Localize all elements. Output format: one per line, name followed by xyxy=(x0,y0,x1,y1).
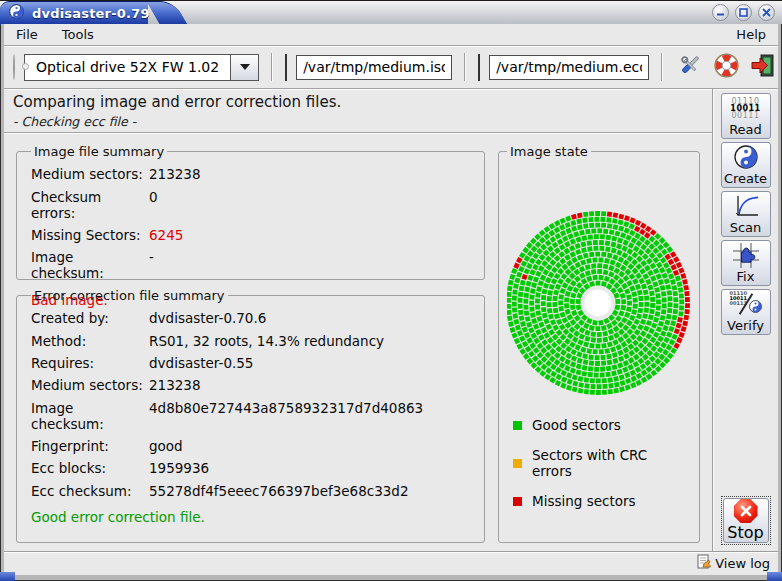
good-sector-swatch xyxy=(513,421,522,430)
exit-icon[interactable] xyxy=(749,52,776,83)
ecc-file-input[interactable] xyxy=(489,55,649,80)
toolbar-separator xyxy=(271,53,273,81)
create-yinyang-icon xyxy=(722,143,770,171)
status-title: Comparing image and error correction fil… xyxy=(13,93,703,111)
image-state-panel: Image state Good sectors Sectors wi xyxy=(498,144,700,543)
legend-item-missing: Missing sectors xyxy=(513,493,691,509)
ecc-status-text: Good error correction file. xyxy=(31,509,474,525)
fix-puzzle-icon xyxy=(722,241,770,269)
app-window: dvdisaster-0.79 File Tools Help Optical xyxy=(0,0,782,581)
fix-button[interactable]: Fix xyxy=(721,240,771,286)
optical-drive-icon xyxy=(13,54,15,80)
maximize-button[interactable] xyxy=(735,4,752,21)
scan-button[interactable]: Scan xyxy=(721,191,771,237)
stop-button[interactable]: Stop xyxy=(723,498,769,543)
menu-tools[interactable]: Tools xyxy=(60,26,96,43)
menu-bar: File Tools Help xyxy=(4,24,778,46)
toolbar-separator xyxy=(661,53,663,81)
crc-sector-swatch xyxy=(513,459,522,468)
missing-sector-swatch xyxy=(513,497,522,506)
summary-row: Image checksum:4d8b80e727443a8758932317d… xyxy=(31,397,474,435)
summary-row: Created by:dvdisaster-0.70.6 xyxy=(31,307,474,329)
create-button[interactable]: Create xyxy=(721,142,771,188)
toolbar: Optical drive 52X FW 1.02 011 10011 0011… xyxy=(4,46,778,89)
summary-row: Medium sectors:213238 xyxy=(31,374,474,396)
stop-button-focus-frame: Stop xyxy=(721,496,771,545)
sector-spiral xyxy=(507,163,691,409)
chevron-down-icon xyxy=(240,64,250,70)
view-log-button[interactable]: View log xyxy=(715,556,770,571)
summary-row: Ecc blocks:1959936 xyxy=(31,457,474,479)
resize-corner-left[interactable] xyxy=(0,572,15,581)
ecc-file-summary-panel: Error correction file summary Created by… xyxy=(16,288,485,543)
status-header: Comparing image and error correction fil… xyxy=(4,89,712,133)
summary-row: Ecc checksum:55278df4f5eeec766397bef3e68… xyxy=(31,480,474,502)
legend-item-good: Good sectors xyxy=(513,417,691,433)
status-bar: View log xyxy=(4,551,778,575)
read-binary-icon: 01110 10011 00111 xyxy=(722,94,770,122)
ecc-file-icon xyxy=(478,54,480,81)
action-sidebar: 01110 10011 00111 Read Create xyxy=(712,89,778,551)
window-body: File Tools Help Optical drive 52X FW 1.0… xyxy=(1,24,781,580)
menu-file[interactable]: File xyxy=(14,26,40,43)
image-state-legend: Image state xyxy=(507,144,591,159)
minimize-button[interactable] xyxy=(712,4,729,21)
image-file-icon: 011 10011 00111 xyxy=(285,54,287,81)
image-file-summary-legend: Image file summary xyxy=(31,144,167,159)
summary-row: Missing Sectors:6245 xyxy=(31,224,474,246)
help-lifebelt-icon[interactable] xyxy=(713,52,740,83)
summary-row: Fingerprint:good xyxy=(31,435,474,457)
app-yinyang-icon xyxy=(9,4,24,23)
summary-row: Method:RS01, 32 roots, 14.3% redundancy xyxy=(31,329,474,351)
view-log-icon xyxy=(697,554,712,574)
summary-row: Checksum errors:0 xyxy=(31,185,474,223)
summary-row: Requires:dvdisaster-0.55 xyxy=(31,352,474,374)
summary-row: Image checksum:- xyxy=(31,246,474,284)
stop-octagon-icon xyxy=(734,499,758,523)
close-button[interactable] xyxy=(758,4,775,21)
summary-row: Medium sectors:213238 xyxy=(31,163,474,185)
image-file-summary-panel: Image file summary Medium sectors:213238… xyxy=(16,144,485,280)
verify-button[interactable]: 01110 10011 00111 Verify xyxy=(721,289,771,335)
status-subtitle: - Checking ecc file - xyxy=(13,114,703,129)
menu-help[interactable]: Help xyxy=(734,26,768,43)
scan-graph-icon xyxy=(722,192,770,220)
ecc-file-summary-legend: Error correction file summary xyxy=(31,288,228,303)
read-button[interactable]: 01110 10011 00111 Read xyxy=(721,93,771,139)
preferences-tools-icon[interactable] xyxy=(677,52,704,83)
toolbar-separator xyxy=(464,53,466,81)
drive-selector[interactable]: Optical drive 52X FW 1.02 xyxy=(24,54,259,81)
sector-legend: Good sectors Sectors with CRC errors Mis… xyxy=(513,417,691,509)
title-bar[interactable]: dvdisaster-0.79 xyxy=(0,0,782,24)
image-file-input[interactable] xyxy=(296,55,452,80)
resize-corner-right[interactable] xyxy=(767,572,782,581)
verify-icon: 01110 10011 00111 xyxy=(722,290,770,318)
small-yinyang-icon xyxy=(749,298,762,317)
drive-selector-dropdown-button[interactable] xyxy=(230,55,258,80)
window-title: dvdisaster-0.79 xyxy=(32,6,150,21)
legend-item-crc: Sectors with CRC errors xyxy=(513,447,691,479)
drive-selector-value: Optical drive 52X FW 1.02 xyxy=(25,55,230,80)
